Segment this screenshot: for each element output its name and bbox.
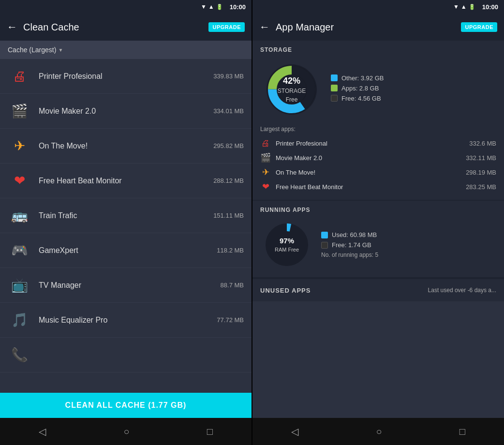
app-size-0: 339.83 MB (213, 73, 244, 80)
legend-text-apps: Apps: 2.8 GB (341, 85, 379, 92)
app-size-5: 118.2 MB (217, 247, 244, 254)
legend-dot-apps (331, 85, 338, 91)
largest-app-3-size: 298.19 MB (466, 169, 496, 176)
app-icon-7: 🎵 (8, 309, 31, 332)
home-nav-right[interactable]: ○ (366, 421, 391, 442)
running-content: 97% RAM Free Used: 60.98 MB Free: 1.74 G… (260, 218, 496, 271)
status-bar-left: ▼ ▲ 🔋 10:00 (0, 0, 252, 14)
recent-nav-right[interactable]: □ (450, 421, 475, 442)
unused-title: UNUSED APPS (260, 287, 311, 294)
unused-apps-row[interactable]: UNUSED APPS Last used over -6 days a... (252, 278, 504, 301)
app-size-1: 334.01 MB (213, 107, 244, 115)
largest-app-2-size: 332.11 MB (466, 154, 496, 162)
running-apps-section: RUNNING APPS 97% RAM Free (252, 201, 504, 278)
wifi-icon-right: ▼ (453, 3, 459, 10)
largest-app-1-size: 332.6 MB (469, 140, 496, 147)
back-nav-left[interactable]: ◁ (29, 421, 56, 442)
app-list-item[interactable]: 🎬 Movie Maker 2.0 334.01 MB (0, 94, 252, 129)
battery-icon-right: 🔋 (469, 4, 475, 10)
battery-icon: 🔋 (216, 4, 223, 10)
app-list-item[interactable]: ✈ On The Move! 295.82 MB (0, 129, 252, 163)
app-list-item[interactable]: 🖨 Printer Profesional 339.83 MB (0, 59, 252, 94)
app-size-2: 295.82 MB (213, 142, 244, 149)
status-time-right: 10:00 (482, 3, 498, 11)
signal-icon: ▲ (208, 3, 214, 10)
wifi-icon: ▼ (201, 3, 207, 10)
app-icon-3: ❤ (8, 169, 31, 193)
nav-bar-right: ◁ ○ □ (252, 418, 504, 445)
page-title-left: Clean Cache (23, 22, 203, 33)
app-name-6: TV Manager (39, 281, 221, 290)
ram-used-dot (321, 232, 328, 238)
app-list-item[interactable]: 📺 TV Manager 88.7 MB (0, 268, 252, 303)
back-nav-right[interactable]: ◁ (282, 421, 308, 442)
ram-used-text: Used: 60.98 MB (332, 231, 377, 238)
largest-app-4[interactable]: ❤ Free Heart Beat Monitor 283.25 MB (260, 179, 496, 194)
clean-all-button[interactable]: CLEAN ALL CACHE (1.77 GB) (0, 393, 252, 418)
largest-app-2-name: Movie Maker 2.0 (276, 154, 461, 162)
home-nav-left[interactable]: ○ (114, 421, 139, 442)
app-list-item[interactable]: 🎵 Music Equalizer Pro 77.72 MB (0, 303, 252, 338)
largest-app-3[interactable]: ✈ On The Move! 298.19 MB (260, 165, 496, 179)
app-icon-4: 🚌 (8, 204, 31, 227)
top-bar-right: ← App Manager UPGRADE (252, 14, 504, 41)
app-manager-content: STORAGE (252, 41, 504, 418)
top-bar-left: ← Clean Cache UPGRADE (0, 14, 252, 41)
storage-donut-label2: Free (286, 96, 298, 103)
ram-free: Free: 1.74 GB (321, 241, 496, 249)
upgrade-button-left[interactable]: UPGRADE (208, 22, 245, 32)
largest-label: Largest apps: (260, 126, 496, 133)
app-size-7: 77.72 MB (217, 316, 244, 324)
app-size-3: 288.12 MB (213, 177, 244, 184)
ram-free-text: Free: 1.74 GB (332, 241, 371, 249)
nav-bar-left: ◁ ○ □ (0, 418, 252, 445)
app-icon-5: 🎮 (8, 239, 31, 262)
recent-nav-left[interactable]: □ (197, 421, 222, 442)
status-icons-right: ▼ ▲ 🔋 (453, 3, 475, 10)
clean-cache-screen: ▼ ▲ 🔋 10:00 ← Clean Cache UPGRADE Cache … (0, 0, 252, 445)
legend-text-free: Free: 4.56 GB (341, 95, 381, 102)
legend-dot-free (331, 95, 338, 102)
sort-label: Cache (Largest) (8, 46, 56, 54)
app-name-3: Free Heart Beat Monitor (39, 177, 213, 185)
signal-icon-right: ▲ (461, 3, 467, 10)
largest-app-1[interactable]: 🖨 Printer Profesional 332.6 MB (260, 136, 496, 150)
back-button-right[interactable]: ← (259, 21, 270, 33)
sort-header[interactable]: Cache (Largest) ▼ (0, 41, 252, 59)
app-name-0: Printer Profesional (39, 72, 213, 81)
ram-donut-label: RAM Free (275, 247, 299, 252)
app-list-item[interactable]: ❤ Free Heart Beat Monitor 288.12 MB (0, 163, 252, 198)
legend-dot-other (331, 74, 338, 81)
ram-free-dot (321, 242, 328, 249)
largest-app-2-icon: 🎬 (260, 152, 271, 163)
ram-used: Used: 60.98 MB (321, 231, 496, 238)
app-icon-6: 📺 (8, 274, 31, 297)
clean-cache-content: Cache (Largest) ▼ 🖨 Printer Profesional … (0, 41, 252, 418)
largest-app-1-name: Printer Profesional (276, 140, 464, 147)
legend-text-other: Other: 3.92 GB (341, 74, 384, 82)
legend-other: Other: 3.92 GB (331, 74, 496, 82)
upgrade-button-right[interactable]: UPGRADE (461, 22, 497, 32)
back-button-left[interactable]: ← (7, 21, 17, 33)
app-list-item[interactable]: 📞 (0, 338, 252, 372)
largest-apps-section: Largest apps: 🖨 Printer Profesional 332.… (260, 126, 496, 194)
largest-app-3-icon: ✈ (260, 167, 271, 178)
largest-app-2[interactable]: 🎬 Movie Maker 2.0 332.11 MB (260, 150, 496, 165)
status-icons-left: ▼ ▲ 🔋 (201, 3, 223, 10)
ram-donut-center: 97% RAM Free (275, 237, 299, 253)
app-list-item[interactable]: 🎮 GameXpert 118.2 MB (0, 233, 252, 268)
largest-app-4-name: Free Heart Beat Monitor (276, 183, 461, 191)
largest-app-3-name: On The Move! (276, 169, 461, 176)
app-icon-8: 📞 (8, 343, 31, 367)
app-icon-1: 🎬 (8, 100, 31, 123)
page-title-right: App Manager (276, 22, 455, 33)
app-list: 🖨 Printer Profesional 339.83 MB 🎬 Movie … (0, 59, 252, 393)
app-name-7: Music Equalizer Pro (39, 316, 217, 325)
app-list-item[interactable]: 🚌 Train Trafic 151.11 MB (0, 198, 252, 233)
storage-title: STORAGE (260, 46, 496, 53)
app-size-4: 151.11 MB (213, 212, 244, 219)
running-legend: Used: 60.98 MB Free: 1.74 GB No. of runn… (321, 231, 496, 258)
sort-arrow-icon: ▼ (58, 47, 63, 53)
storage-legend: Other: 3.92 GB Apps: 2.8 GB Free: 4.56 G… (331, 74, 496, 105)
largest-app-4-icon: ❤ (260, 181, 271, 192)
